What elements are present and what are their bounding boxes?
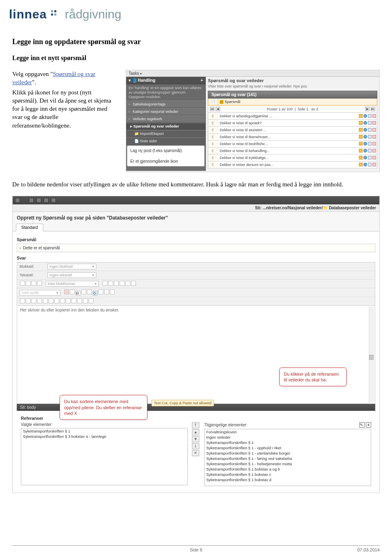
table-row[interactable]: EDekker vi reise til behandling... bbox=[208, 148, 377, 155]
table-row[interactable]: EDekker vi reise til bedriftshe... bbox=[208, 141, 377, 148]
remove-item[interactable]: ✕ bbox=[192, 450, 199, 456]
delete-icon[interactable] bbox=[372, 135, 376, 139]
list-item[interactable]: Syketransportforskriften § 1 - opphold i… bbox=[205, 445, 371, 450]
list-item[interactable]: Syketransportforskriften § 1 bbox=[205, 440, 371, 445]
sidebar-subitem[interactable]: 📁 Import/Eksport bbox=[126, 130, 205, 137]
list-item[interactable]: Syketransportforskriften § 3 bokstav a -… bbox=[21, 434, 187, 439]
copy-icon[interactable] bbox=[368, 128, 372, 132]
toolbar-icon[interactable] bbox=[51, 198, 56, 203]
list-item[interactable]: Syketransportforskriften § 1 bokstav c bbox=[205, 472, 371, 477]
sidebar-item[interactable]: ▹Søkekategorier/tags bbox=[126, 101, 205, 108]
edit-icon[interactable] bbox=[359, 142, 363, 146]
delete-icon[interactable] bbox=[372, 128, 376, 132]
side-panel-header[interactable]: ▾ 📘 Handling+ bbox=[126, 77, 205, 84]
list-item[interactable]: Forvaltningsloven bbox=[205, 429, 371, 435]
info-icon[interactable] bbox=[363, 142, 367, 146]
table-row[interactable]: EDekker vi reise til assistert ... bbox=[208, 127, 377, 134]
sidebar-item-active[interactable]: ▸ Spørsmål og svar veileder bbox=[126, 123, 205, 130]
edit-icon[interactable] bbox=[359, 121, 363, 125]
sidebar-item[interactable]: ▹Veileder regelverk bbox=[126, 115, 205, 123]
label-tilgjengelige: Tilgjengelige elementer: ✎ + bbox=[204, 422, 371, 428]
edit-icon[interactable] bbox=[359, 156, 363, 159]
tab-strip: Standard bbox=[13, 223, 379, 231]
sidebar-subitem[interactable]: 📄 Siste sider bbox=[126, 137, 205, 145]
list-item[interactable]: Syketransportforskriften § 1 - utenlands… bbox=[205, 450, 371, 456]
blokkstil-select[interactable]: Ingen blokkstil▾ bbox=[47, 264, 96, 269]
list-item[interactable]: Syketransportforskriften § 1 bokstav d bbox=[205, 477, 371, 482]
toolbar-icon[interactable] bbox=[36, 198, 41, 203]
copy-icon[interactable] bbox=[368, 135, 372, 139]
list-item[interactable]: Syketransportforskriften § 1 bokstav a o… bbox=[205, 466, 371, 472]
language-select[interactable]: Intet språk▾ bbox=[20, 290, 60, 296]
pager-first[interactable]: ⏮ bbox=[210, 107, 214, 111]
tekststil-select[interactable]: Ingen tekststil▾ bbox=[47, 272, 96, 278]
new-post-icon[interactable]: 📄 bbox=[208, 99, 218, 105]
copy-icon[interactable] bbox=[368, 149, 372, 152]
edit-icon[interactable] bbox=[359, 128, 363, 132]
blokkformat-select[interactable]: Intet blokkformat▾ bbox=[46, 281, 99, 287]
edit-icon[interactable] bbox=[359, 135, 363, 139]
edit-icon[interactable] bbox=[359, 163, 363, 166]
move-down[interactable]: ▼ bbox=[192, 436, 199, 442]
edit-icon[interactable] bbox=[359, 149, 363, 152]
tab-standard[interactable]: Standard bbox=[16, 224, 43, 231]
list-tab-header[interactable]: Spørsmål og svar (141) bbox=[208, 91, 377, 99]
svg-rect-3 bbox=[54, 13, 56, 16]
pager-last[interactable]: ⏭ bbox=[371, 107, 375, 111]
scrollbar-thumb[interactable] bbox=[369, 355, 374, 360]
panel-title: Spørsmål og svar veileder bbox=[208, 78, 377, 83]
info-icon[interactable] bbox=[363, 149, 367, 152]
toolbar-icon[interactable] bbox=[44, 198, 49, 203]
pencil-icon[interactable]: ✎ bbox=[359, 422, 365, 428]
list-item[interactable]: Syketransportforskriften § 1 - føring ve… bbox=[205, 456, 371, 461]
move-up[interactable]: ▲ bbox=[192, 429, 199, 435]
copy-icon[interactable] bbox=[368, 163, 372, 166]
pager-next[interactable]: ▶ bbox=[365, 107, 370, 111]
sidebar-item[interactable]: ▹Kategorier nasjonal veileder bbox=[126, 108, 205, 115]
toolbar-icon[interactable] bbox=[29, 198, 34, 203]
table-row[interactable]: EDekker vi reise til trykkbølge... bbox=[208, 155, 377, 161]
available-list[interactable]: ForvaltningslovenIngen veilederSyketrans… bbox=[204, 429, 371, 486]
copy-icon[interactable] bbox=[368, 114, 372, 118]
sporsmal-input[interactable]: ▸Dette er et spørsmål bbox=[17, 244, 375, 252]
table-row[interactable]: EDekker vi reise til apotek? bbox=[208, 120, 377, 127]
label-valgte: Valgte elementer: bbox=[21, 422, 188, 427]
list-indent-icons[interactable] bbox=[102, 281, 136, 287]
info-icon[interactable] bbox=[363, 114, 367, 118]
list-item[interactable]: Ingen veileder bbox=[205, 435, 371, 440]
delete-icon[interactable] bbox=[372, 163, 376, 166]
list-item[interactable]: Syketransportforskriften § 1 - helsetjen… bbox=[205, 461, 371, 466]
table-row[interactable]: EDekker vi reiser dersom en pas... bbox=[208, 161, 377, 168]
info-icon[interactable] bbox=[363, 156, 367, 159]
close-icon[interactable] bbox=[15, 198, 20, 203]
info-icon[interactable] bbox=[363, 121, 367, 125]
info-icon[interactable] bbox=[363, 135, 367, 139]
copy-icon[interactable] bbox=[368, 142, 372, 146]
insert-icons[interactable]: Ω◇ bbox=[64, 289, 115, 296]
info-icon[interactable] bbox=[363, 163, 367, 166]
list-item[interactable]: Syketransportforskriften § 1 bbox=[21, 428, 187, 434]
table-icons[interactable] bbox=[20, 298, 94, 304]
move-top[interactable]: ⤒ bbox=[192, 422, 199, 428]
copy-icon[interactable] bbox=[368, 156, 372, 159]
svar-textarea[interactable]: Her skriver du eller kopierer inn den te… bbox=[17, 306, 375, 404]
delete-icon[interactable] bbox=[372, 149, 376, 152]
move-bottom[interactable]: ⤓ bbox=[192, 443, 199, 449]
tasks-bar: Tasks ▾ bbox=[126, 70, 379, 77]
screenshot-task-list: Tasks ▾ ▾ 📘 Handling+ En 'handling' er e… bbox=[126, 70, 380, 172]
copy-icon[interactable] bbox=[368, 121, 372, 125]
delete-icon[interactable] bbox=[372, 142, 376, 146]
pager-prev[interactable]: ◀ bbox=[216, 107, 220, 111]
plus-icon[interactable]: + bbox=[366, 422, 371, 428]
table-row[interactable]: EDekker vi reise til Barnehuset... bbox=[208, 134, 377, 141]
table-row[interactable]: EDekker vi arbeidsgodtgjørelse ... bbox=[208, 113, 377, 120]
column-header-row: 📄 Spørsmål bbox=[208, 99, 377, 105]
delete-icon[interactable] bbox=[372, 156, 376, 159]
intro-paragraph-2: Klikk på ikonet for ny post (nytt spørsm… bbox=[12, 88, 118, 130]
format-icons[interactable] bbox=[20, 281, 42, 287]
selected-list[interactable]: Syketransportforskriften § 1Syketranspor… bbox=[21, 428, 188, 485]
delete-icon[interactable] bbox=[372, 121, 376, 125]
delete-icon[interactable] bbox=[372, 114, 376, 118]
info-icon[interactable] bbox=[363, 128, 367, 132]
edit-icon[interactable] bbox=[359, 114, 363, 118]
